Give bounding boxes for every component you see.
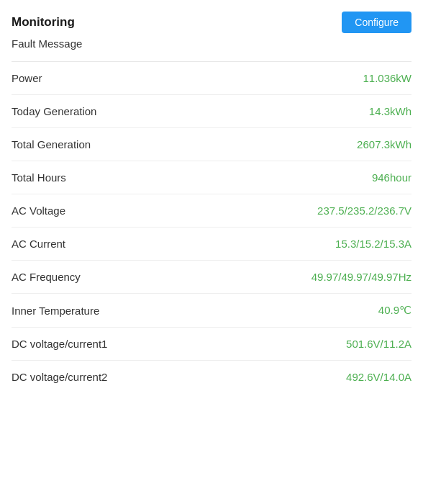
table-row: Power11.036kW [12, 62, 411, 95]
table-row: DC voltage/current2492.6V/14.0A [12, 361, 411, 393]
row-value: 2607.3kWh [357, 138, 411, 150]
table-row: Today Generation14.3kWh [12, 95, 411, 128]
row-value: 11.036kW [363, 72, 411, 84]
table-row: Inner Temperature40.9℃ [12, 294, 411, 328]
row-label: Inner Temperature [12, 305, 99, 317]
row-label: DC voltage/current2 [12, 371, 107, 383]
row-label: Today Generation [12, 105, 96, 117]
row-value: 946hour [372, 171, 411, 184]
fault-message-label: Fault Message [12, 37, 411, 55]
row-label: AC Voltage [12, 204, 65, 217]
row-value: 15.3/15.2/15.3A [335, 238, 411, 250]
configure-button[interactable]: Configure [342, 12, 411, 33]
table-row: Total Hours946hour [12, 161, 411, 194]
table-row: AC Voltage237.5/235.2/236.7V [12, 194, 411, 228]
page-header: Monitoring Configure [12, 12, 411, 33]
table-row: AC Frequency49.97/49.97/49.97Hz [12, 261, 411, 294]
data-rows: Power11.036kWToday Generation14.3kWhTota… [12, 62, 411, 393]
row-label: Total Generation [12, 138, 91, 150]
row-value: 492.6V/14.0A [346, 371, 411, 383]
table-row: DC voltage/current1501.6V/11.2A [12, 328, 411, 361]
row-value: 40.9℃ [378, 304, 411, 317]
row-label: AC Frequency [12, 271, 81, 283]
table-row: Total Generation2607.3kWh [12, 128, 411, 161]
row-value: 237.5/235.2/236.7V [317, 204, 411, 217]
row-label: DC voltage/current1 [12, 338, 107, 350]
row-value: 501.6V/11.2A [346, 338, 411, 350]
row-value: 14.3kWh [369, 105, 411, 117]
row-label: AC Current [12, 238, 65, 250]
table-row: AC Current15.3/15.2/15.3A [12, 228, 411, 261]
row-label: Power [12, 72, 42, 84]
page-title: Monitoring [12, 15, 75, 30]
row-value: 49.97/49.97/49.97Hz [311, 271, 411, 283]
row-label: Total Hours [12, 171, 66, 184]
